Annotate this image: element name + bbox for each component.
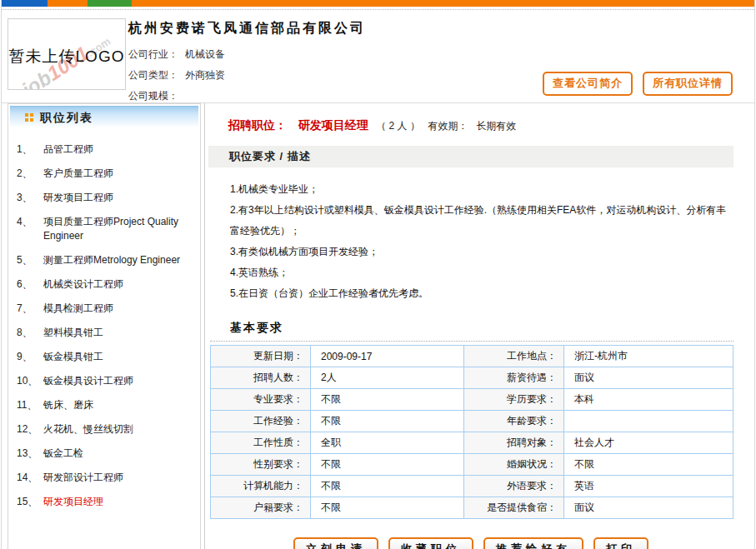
- job-item-number: 11、: [17, 398, 43, 412]
- print-button[interactable]: 打印: [593, 537, 648, 549]
- sidebar-job-item[interactable]: 15、研发项目经理: [8, 490, 200, 514]
- table-value-cell: 全职: [311, 432, 464, 454]
- job-item-number: 14、: [17, 471, 43, 485]
- basic-requirements-table: 更新日期：2009-09-17工作地点：浙江-杭州市招聘人数：2人薪资待遇：面议…: [210, 345, 733, 519]
- sidebar-job-item[interactable]: 1、品管工程师: [8, 137, 200, 162]
- table-value-cell: 浙江-杭州市: [564, 346, 733, 367]
- grid-squares-icon: [25, 113, 33, 122]
- company-header: job1001.com 暂未上传LOGO 杭州安费诺飞凤通信部品有限公司 公司行…: [2, 12, 754, 103]
- table-value-cell: 英语: [564, 476, 733, 497]
- table-label-cell: 婚姻状况：: [464, 454, 564, 476]
- sidebar-job-item[interactable]: 10、钣金模具设计工程师: [8, 369, 200, 393]
- sidebar-job-item[interactable]: 11、铣床、磨床: [8, 393, 200, 417]
- sidebar-job-item[interactable]: 5、测量工程师Metrology Engineer: [8, 248, 200, 272]
- apply-now-button[interactable]: 立刻申请: [293, 537, 378, 549]
- job-item-label: 钣金模具钳工: [43, 350, 103, 364]
- job-item-number: 1、: [17, 142, 43, 157]
- job-item-number: 13、: [17, 447, 43, 461]
- table-label-cell: 户籍要求：: [211, 497, 311, 519]
- job-item-number: 2、: [17, 167, 43, 181]
- table-value-cell: 本科: [564, 389, 733, 411]
- sidebar-job-item[interactable]: 13、钣金工检: [8, 442, 200, 466]
- description-line: 3.有类似机械方面项目开发经验；: [230, 242, 733, 262]
- company-logo-placeholder: job1001.com 暂未上传LOGO: [8, 18, 126, 90]
- table-row: 计算机能力：不限外语要求：英语: [211, 476, 733, 497]
- top-bar-segment-orange2: [132, 0, 754, 7]
- description-section-title: 职位要求 / 描述: [208, 146, 733, 167]
- company-name: 杭州安费诺飞凤通信部品有限公司: [128, 20, 754, 37]
- job-item-label: 项目质量工程师Project Quality Engineer: [43, 215, 195, 243]
- favorite-job-button[interactable]: 收藏职位: [388, 537, 473, 549]
- sidebar-job-item[interactable]: 3、研发项目工程师: [8, 186, 200, 210]
- sidebar-job-item[interactable]: 2、客户质量工程师: [8, 162, 200, 186]
- job-item-label: 铣床、磨床: [43, 398, 93, 412]
- dotted-divider: [210, 341, 733, 342]
- company-field-label: 公司规模：: [128, 90, 178, 102]
- job-item-number: 8、: [17, 326, 43, 340]
- table-row: 户籍要求：不限是否提供食宿：面议: [211, 497, 733, 519]
- sidebar-job-item[interactable]: 4、项目质量工程师Project Quality Engineer: [8, 210, 200, 248]
- table-label-cell: 外语要求：: [464, 476, 564, 497]
- description-line: 5.在日资（台资）企业工作经验者优先考虑。: [230, 283, 733, 304]
- company-field-label: 公司行业：: [128, 48, 178, 60]
- table-label-cell: 招聘对象：: [464, 432, 564, 454]
- company-field-value: 机械设备: [185, 48, 225, 60]
- sidebar-job-item[interactable]: 7、模具检测工程师: [8, 297, 200, 321]
- sidebar-job-item[interactable]: 8、塑料模具钳工: [8, 321, 200, 345]
- view-company-profile-button[interactable]: 查看公司简介: [543, 72, 633, 96]
- company-field-value: 外商独资: [185, 69, 225, 81]
- job-item-label: 钣金工检: [43, 447, 83, 461]
- action-buttons: 立刻申请收藏职位推荐给好友打印: [208, 537, 733, 549]
- table-value-cell: 不限: [311, 389, 464, 411]
- job-item-label: 品管工程师: [43, 142, 93, 157]
- all-jobs-detail-button[interactable]: 所有职位详情: [643, 72, 733, 96]
- sidebar-job-item[interactable]: 9、钣金模具钳工: [8, 345, 200, 369]
- table-label-cell: 专业要求：: [211, 389, 311, 411]
- job-item-label: 测量工程师Metrology Engineer: [43, 253, 180, 267]
- job-item-number: 6、: [17, 277, 43, 292]
- recommend-to-friend-button[interactable]: 推荐给好友: [483, 537, 583, 549]
- job-item-label: 研发项目经理: [43, 495, 103, 509]
- top-bar-segment-orange: [48, 0, 88, 7]
- table-row: 工作经验：不限年龄要求：: [211, 411, 733, 432]
- table-value-cell: 面议: [564, 367, 733, 389]
- job-description: 1.机械类专业毕业；2.有3年以上结构设计或塑料模具、钣金模具设计工作经验.（熟…: [230, 179, 733, 304]
- table-value-cell: 不限: [564, 454, 733, 476]
- table-label-cell: 年龄要求：: [464, 411, 564, 432]
- job-item-number: 7、: [17, 302, 43, 316]
- job-headcount: （ 2 人 ）: [376, 120, 420, 132]
- description-line: 2.有3年以上结构设计或塑料模具、钣金模具设计工作经验.（熟练使用相关FEA软件…: [230, 200, 733, 242]
- table-label-cell: 工作经验：: [211, 411, 311, 432]
- job-item-label: 火花机、慢丝线切割: [43, 422, 133, 437]
- job-item-label: 钣金模具设计工程师: [43, 374, 133, 388]
- top-dotted-divider: [2, 7, 754, 10]
- table-label-cell: 工作地点：: [464, 346, 564, 367]
- table-row: 工作性质：全职招聘对象：社会人才: [211, 432, 733, 454]
- job-item-label: 机械类设计工程师: [43, 277, 123, 292]
- table-label-cell: 是否提供食宿：: [464, 497, 564, 519]
- top-color-bar: [2, 0, 754, 7]
- table-row: 招聘人数：2人薪资待遇：面议: [211, 367, 733, 389]
- table-value-cell: 不限: [311, 497, 464, 519]
- table-row: 更新日期：2009-09-17工作地点：浙江-杭州市: [211, 346, 733, 367]
- job-title: 研发项目经理: [298, 118, 368, 132]
- job-item-label: 模具检测工程师: [43, 302, 113, 316]
- logo-placeholder-text: 暂未上传LOGO: [8, 46, 125, 67]
- sidebar-job-item[interactable]: 12、火花机、慢丝线切割: [8, 417, 200, 442]
- sidebar-job-item[interactable]: 6、机械类设计工程师: [8, 272, 200, 297]
- table-value-cell: 面议: [564, 497, 733, 519]
- job-item-label: 客户质量工程师: [43, 167, 113, 181]
- sidebar-title: 职位列表: [40, 107, 93, 128]
- table-label-cell: 薪资待遇：: [464, 367, 564, 389]
- table-value-cell: 不限: [311, 476, 464, 497]
- job-item-number: 4、: [17, 215, 43, 243]
- sidebar-header: 职位列表: [10, 106, 198, 127]
- sidebar-job-item[interactable]: 14、研发部设计工程师: [8, 466, 200, 490]
- basic-requirements-title: 基本要求: [230, 321, 733, 336]
- table-label-cell: 工作性质：: [211, 432, 311, 454]
- description-line: 4.英语熟练；: [230, 262, 733, 283]
- company-field-label: 公司类型：: [128, 69, 178, 81]
- table-row: 性别要求：不限婚姻状况：不限: [211, 454, 733, 476]
- table-value-cell: [564, 411, 733, 432]
- content: 职位列表 1、品管工程师2、客户质量工程师3、研发项目工程师4、项目质量工程师P…: [2, 103, 754, 549]
